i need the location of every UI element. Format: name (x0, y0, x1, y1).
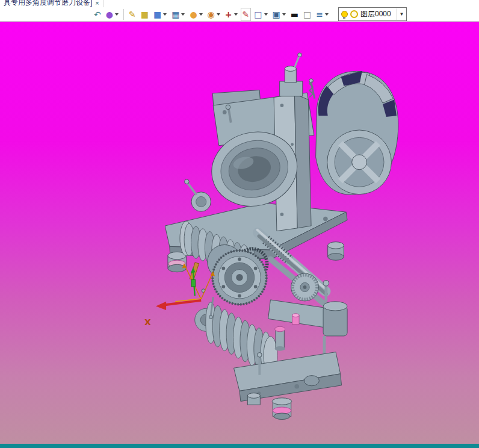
cube-yellow-icon[interactable]: ■ (139, 8, 150, 21)
sphere-orange-icon[interactable]: ● (188, 8, 204, 21)
line-width-icon[interactable]: ▬ (289, 8, 300, 21)
chevron-down-icon[interactable] (264, 13, 268, 16)
plane-icon-glyph: □ (254, 10, 262, 19)
plane-icon[interactable]: □ (252, 8, 269, 21)
layer-combo-value: 图层0000 (360, 9, 394, 19)
return-icon[interactable]: ↶ (92, 8, 103, 21)
query-icon[interactable]: ◉ (206, 8, 222, 21)
chevron-down-icon[interactable] (199, 13, 203, 16)
axis-x-label: X (144, 317, 151, 327)
sketch-red-icon-glyph: ✎ (243, 10, 250, 19)
combo-dropdown-arrow[interactable]: ▼ (397, 8, 406, 20)
display-icon[interactable]: ▣ (271, 8, 288, 21)
layer-state-icon[interactable] (350, 10, 358, 18)
cube-blue-icon[interactable]: ■ (152, 8, 168, 21)
layers-icon-glyph: ≡ (316, 10, 323, 19)
chevron-down-icon[interactable] (115, 13, 119, 16)
tab-close-icon[interactable]: × (95, 0, 99, 7)
chevron-down-icon[interactable] (181, 13, 185, 16)
blank-square-icon-glyph: □ (303, 10, 311, 19)
document-tab-title: 具专用多角度调节磨刀设备] (4, 0, 92, 7)
layer-select-combo[interactable]: 图层0000 ▼ (338, 7, 407, 21)
app-header: 具专用多角度调节磨刀设备] × ↶ ● ✎ ■ ■ ▦ ● (0, 0, 479, 22)
main-toolbar: ↶ ● ✎ ■ ■ ▦ ● ◉ + (0, 7, 479, 21)
model-dial-gear[interactable] (291, 273, 319, 301)
cad-model-3d[interactable] (0, 21, 479, 444)
sketch-red-icon[interactable]: ✎ (241, 8, 252, 21)
chevron-down-icon[interactable] (234, 13, 238, 16)
lightbulb-icon[interactable] (341, 11, 348, 17)
move-icon-glyph: + (225, 10, 232, 19)
cube-axes-icon-glyph: ▦ (172, 10, 179, 19)
model-viewport[interactable]: X (0, 21, 479, 444)
layers-icon[interactable]: ≡ (314, 8, 330, 21)
document-tab[interactable]: 具专用多角度调节磨刀设备] × (0, 0, 104, 7)
material-ball-icon[interactable]: ● (104, 8, 120, 21)
sphere-orange-icon-glyph: ● (190, 10, 197, 19)
query-icon-glyph: ◉ (208, 10, 215, 19)
line-width-icon-glyph: ▬ (291, 10, 298, 19)
blank-square-icon[interactable]: □ (301, 8, 313, 21)
document-tab-bar: 具专用多角度调节磨刀设备] × (0, 0, 479, 7)
chevron-down-icon[interactable] (217, 13, 220, 16)
model-fan-housing[interactable] (309, 71, 398, 194)
material-ball-icon-glyph: ● (106, 10, 113, 19)
chevron-down-icon[interactable] (163, 13, 167, 16)
chevron-down-icon[interactable] (325, 13, 329, 16)
model-left-flange[interactable] (185, 179, 211, 211)
status-bar (0, 444, 479, 448)
cube-blue-icon-glyph: ■ (153, 10, 161, 19)
return-icon-glyph: ↶ (94, 10, 101, 19)
move-icon[interactable]: + (223, 8, 240, 21)
pencil-icon-glyph: ✎ (129, 10, 136, 19)
pencil-icon[interactable]: ✎ (127, 8, 138, 21)
chevron-down-icon[interactable] (282, 13, 286, 16)
cube-yellow-icon-glyph: ■ (141, 10, 149, 19)
display-icon-glyph: ▣ (273, 10, 280, 19)
axis-triad (156, 264, 215, 310)
toolbar-separator (123, 9, 124, 20)
cube-axes-icon[interactable]: ▦ (170, 8, 187, 21)
